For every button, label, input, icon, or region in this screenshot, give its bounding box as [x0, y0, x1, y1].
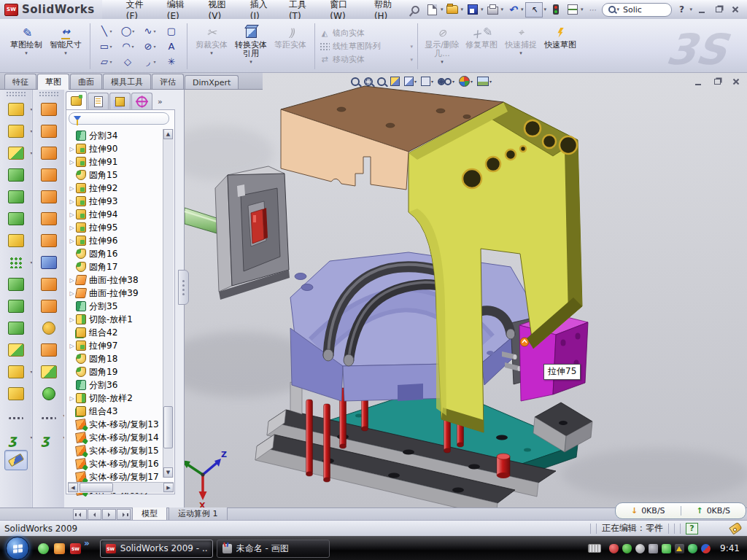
- spline-dropdown[interactable]: ▾: [153, 28, 155, 34]
- expand-arrow-icon[interactable]: ▷: [68, 343, 76, 349]
- surfaces-extruded-surface-button[interactable]: [38, 144, 60, 163]
- commandtab-5[interactable]: DimXpert: [185, 75, 239, 89]
- expand-arrow-icon[interactable]: ▷: [68, 211, 76, 218]
- tree-item[interactable]: 实体-移动/复制13: [68, 418, 163, 431]
- tree-item[interactable]: 实体-移动/复制16: [68, 457, 163, 470]
- app-close-button[interactable]: [728, 4, 743, 16]
- features-swept-boss-button[interactable]: [5, 166, 27, 184]
- features-move-copy-body-button[interactable]: [5, 341, 27, 359]
- print-button[interactable]: [485, 3, 500, 17]
- apply-scene-dropdown[interactable]: ▾: [489, 79, 492, 84]
- prev-tab-button[interactable]: [88, 509, 101, 520]
- apply-scene-button[interactable]: ▾: [477, 77, 492, 86]
- expand-arrow-icon[interactable]: ▷: [68, 198, 76, 205]
- ellipse-dropdown[interactable]: ▾: [153, 44, 155, 49]
- tree-item[interactable]: 圆角18: [68, 352, 163, 365]
- last-tab-button[interactable]: [117, 509, 131, 520]
- features-extruded-boss-button[interactable]: ▾: [5, 100, 27, 119]
- graphics-viewport[interactable]: Y Z X ▾▾▾▾▾ 拉伸75: [185, 73, 747, 508]
- tag-icon[interactable]: [729, 522, 743, 535]
- features-grip[interactable]: [6, 91, 26, 97]
- mirror-entities-button[interactable]: ◭镜向实体: [320, 28, 413, 39]
- surfaces-grip[interactable]: [39, 91, 58, 97]
- help-button[interactable]: ?: [674, 3, 689, 17]
- red-stop-pin[interactable]: [497, 454, 510, 478]
- tree-item[interactable]: ▷曲面-拉伸38: [68, 273, 163, 287]
- tree-filter-field[interactable]: [69, 112, 169, 125]
- expand-arrow-icon[interactable]: ▷: [68, 225, 76, 231]
- tab-featuremanager[interactable]: [66, 91, 87, 109]
- sketch-dropdown[interactable]: ▾: [25, 50, 28, 56]
- options-button[interactable]: [565, 3, 580, 17]
- appearances-button[interactable]: ▾: [459, 76, 473, 87]
- tree-item[interactable]: ▷拉伸92: [68, 182, 163, 195]
- sketch-tool-polygon[interactable]: ◇: [117, 54, 139, 69]
- tree-item[interactable]: ▷切除-放样2: [68, 392, 163, 405]
- features-extruded-cut-button[interactable]: ▾: [5, 122, 27, 141]
- tree-item[interactable]: ▷拉伸94: [68, 208, 163, 221]
- new-dropdown[interactable]: ▾: [441, 7, 444, 12]
- convert-entities-button[interactable]: 转换实体引用 ▾: [231, 23, 271, 71]
- rebuild-button[interactable]: [549, 3, 563, 17]
- zoom-to-area-button[interactable]: [364, 77, 373, 86]
- smart-dimension-button[interactable]: ↔ 智能尺寸 ▾: [46, 23, 85, 71]
- sketch-fillet-dropdown[interactable]: ▾: [153, 59, 155, 64]
- repair-sketch-button[interactable]: +✎ 修复草图: [462, 23, 501, 71]
- new-document-button[interactable]: [425, 3, 440, 17]
- tree-item[interactable]: ▷拉伸93: [68, 195, 163, 208]
- alert-yellow-icon[interactable]: [675, 544, 684, 553]
- surfaces-revolved-surface-button[interactable]: [38, 122, 60, 141]
- tree-item[interactable]: ▷曲面-拉伸39: [68, 287, 163, 300]
- sketch-tool-circle[interactable]: ◯▾: [117, 23, 139, 39]
- sketch-tool-point[interactable]: ✳: [160, 54, 182, 69]
- taskbar-task-1[interactable]: 未命名 - 画图: [217, 540, 330, 558]
- antivirus-red-shield-icon[interactable]: [609, 544, 619, 553]
- features-split-body-button[interactable]: [5, 319, 27, 338]
- commandtab-1[interactable]: 草图: [37, 74, 69, 90]
- centerpoint-arc-dropdown[interactable]: ▾: [131, 44, 133, 49]
- pin-button[interactable]: [409, 3, 423, 17]
- sync-green-icon[interactable]: [662, 544, 671, 553]
- expand-arrow-icon[interactable]: ▷: [68, 395, 76, 402]
- display-style-button[interactable]: ▾: [421, 77, 433, 86]
- sketch-button[interactable]: ✎ 草图绘制 ▾: [7, 23, 46, 71]
- corner-rectangle-dropdown[interactable]: ▾: [109, 44, 112, 49]
- display-style-dropdown[interactable]: ▾: [431, 79, 433, 84]
- circle-dropdown[interactable]: ▾: [132, 28, 134, 34]
- surfaces-fillet-surface-button[interactable]: [38, 362, 60, 381]
- security-green-shield-icon[interactable]: [622, 544, 632, 553]
- scroll-left-button[interactable]: ◀: [68, 483, 78, 492]
- solidworks-red-quicklaunch-icon[interactable]: SW: [70, 543, 81, 554]
- hide-show-items-dropdown[interactable]: ▾: [452, 79, 454, 84]
- tree-item[interactable]: ▷切除-放样1: [68, 313, 163, 326]
- gray-clamp-block[interactable]: [215, 166, 290, 300]
- tree-item[interactable]: 分割34: [68, 129, 163, 142]
- quick-snaps-dropdown[interactable]: ▾: [519, 50, 522, 56]
- next-tab-button[interactable]: [102, 509, 116, 520]
- move-entities-dropdown[interactable]: ▾: [410, 57, 413, 63]
- commandtab-3[interactable]: 模具工具: [103, 74, 151, 89]
- expand-arrow-icon[interactable]: ▷: [68, 146, 76, 152]
- features-reference-axis-button[interactable]: [5, 406, 27, 425]
- scroll-right-button[interactable]: ▶: [163, 483, 174, 492]
- app-minimize-button[interactable]: [694, 4, 709, 16]
- save-button[interactable]: [465, 3, 480, 17]
- features-linear-pattern-button[interactable]: ▾: [5, 253, 27, 272]
- surfaces-surface-flange-button[interactable]: [38, 275, 60, 294]
- view-orientation-button[interactable]: ▾: [404, 77, 417, 86]
- volume-icon[interactable]: [649, 544, 658, 553]
- tree-vertical-scrollbar[interactable]: ▲ ▼: [163, 129, 174, 478]
- surfaces-freeform-surface-button[interactable]: [38, 209, 60, 228]
- expand-arrow-icon[interactable]: ▷: [68, 238, 76, 244]
- tree-item[interactable]: 圆角15: [68, 168, 163, 182]
- quick-launch-overflow[interactable]: »: [84, 538, 90, 548]
- measure-button[interactable]: [4, 450, 28, 470]
- quick-snaps-button[interactable]: ⌖ 快速捕捉 ▾: [501, 23, 541, 71]
- status-help-icon[interactable]: ?: [686, 523, 698, 534]
- tab-propertymanager[interactable]: [88, 93, 109, 109]
- open-button[interactable]: [445, 3, 460, 17]
- start-button[interactable]: [6, 537, 29, 560]
- surfaces-swept-surface-button[interactable]: [38, 100, 60, 119]
- expand-arrow-icon[interactable]: ▷: [68, 185, 76, 192]
- offset-entities-button[interactable]: )) 等距实体: [271, 23, 310, 71]
